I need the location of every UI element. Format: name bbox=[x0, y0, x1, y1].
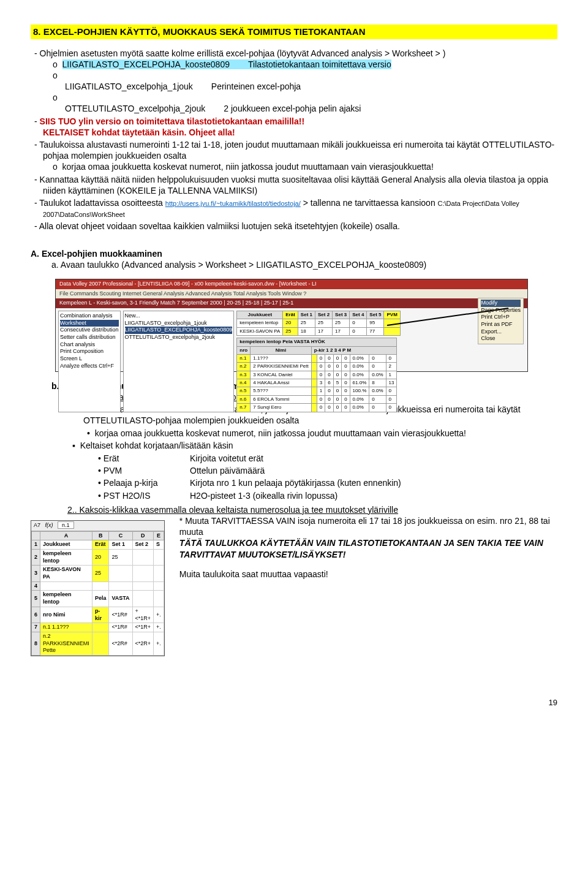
rh: 6 bbox=[32, 607, 40, 623]
td: 6 bbox=[325, 379, 333, 387]
td: 25 bbox=[283, 327, 298, 335]
td bbox=[109, 566, 132, 581]
intro-list: Ohjelmien asetusten myötä saatte kolme e… bbox=[31, 48, 557, 232]
td bbox=[132, 550, 154, 566]
step-1-bullet-1: korjaa omaa joukkuetta koskevat numerot,… bbox=[98, 428, 557, 439]
intro-line1: Ohjelmien asetusten myötä saatte kolme e… bbox=[43, 48, 557, 115]
td: 20 bbox=[92, 550, 109, 566]
rh: 8 bbox=[32, 632, 40, 655]
context-menu: Modify Page Properties Print Ctrl+P Prin… bbox=[478, 298, 524, 344]
td: 2 PARKKISENNIEMI Pett bbox=[251, 363, 312, 371]
pair-r-0: Kirjoita voitetut erät bbox=[190, 452, 401, 464]
intro-item-0: LIIGATILASTO_EXCELPOHJA_kooste0809Tilast… bbox=[65, 59, 557, 70]
worksheet-submenu: New... LIIGATILASTO_excelpohja_1jouk LII… bbox=[123, 311, 235, 412]
td: nro Nimi bbox=[40, 607, 92, 623]
worksheet-name-2: OTTELUTILASTO_excelpohja_2jouk bbox=[65, 103, 224, 114]
td: 5.5??? bbox=[251, 387, 312, 395]
line5-pre: Taulukot ladattavissa osoitteesta bbox=[39, 198, 165, 208]
th: Set 1 bbox=[298, 311, 315, 319]
td: 0 bbox=[350, 327, 367, 335]
td: 25 bbox=[298, 319, 315, 327]
td: 25 bbox=[109, 550, 132, 566]
advanced-analysis-menu: Combination analysis Worksheet Consecuti… bbox=[58, 311, 121, 412]
worksheet-name-1: LIIGATILASTO_excelpohja_1jouk bbox=[65, 81, 211, 92]
td: n.2 bbox=[237, 363, 251, 371]
td: n.6 bbox=[237, 395, 251, 403]
td: <*2R+ bbox=[132, 632, 154, 655]
td: S bbox=[154, 540, 164, 550]
td: 1 bbox=[386, 371, 397, 379]
td: kempeleen lentop bbox=[40, 550, 92, 566]
th: E bbox=[154, 531, 164, 540]
td: 0 bbox=[317, 404, 325, 412]
td: 0 bbox=[325, 363, 333, 371]
td bbox=[92, 623, 109, 632]
match-bar: Kempeleen L - Keski-savon, 3-1 Friendly … bbox=[56, 298, 527, 308]
td: 0 bbox=[325, 354, 333, 362]
intro-line1-text: Ohjelmien asetusten myötä saatte kolme e… bbox=[40, 48, 446, 58]
td: Joukkueet bbox=[40, 540, 92, 550]
td: 1.1??? bbox=[251, 354, 312, 362]
td: 25 bbox=[92, 566, 109, 581]
step-2-row: A7 f(x) n.1 ABCDE 1JoukkueetErätSet 1Set… bbox=[31, 515, 557, 661]
td: 0.0% bbox=[350, 395, 369, 403]
submenu-item-selected: LIIGATILASTO_EXCELPOHJA_kooste0809 bbox=[125, 327, 233, 334]
intro-line3: Taulukoissa alustavasti numerointi 1-12 … bbox=[43, 139, 557, 173]
td: +. bbox=[154, 607, 164, 623]
section-heading: 8. EXCEL-POHJIEN KÄYTTÖ, MUOKKAUS SEKÄ T… bbox=[31, 25, 557, 39]
td bbox=[132, 581, 154, 591]
td: 0 bbox=[350, 319, 367, 327]
ctx-modify: Modify bbox=[481, 300, 521, 307]
td: <*1R+ bbox=[132, 623, 154, 632]
td: 0 bbox=[317, 395, 325, 403]
step-2-last: Muita taulukoita saat muuttaa vapaasti! bbox=[179, 569, 557, 580]
th: A bbox=[40, 531, 92, 540]
field-pairs: • ErätKirjoita voitetut erät • PVMOttelu… bbox=[98, 452, 401, 502]
th: nro bbox=[237, 346, 251, 354]
td: 0.0% bbox=[369, 387, 386, 395]
td: 0 bbox=[317, 354, 325, 362]
td: 0.0% bbox=[350, 363, 369, 371]
teams-table: JoukkueetErätSet 1Set 2Set 3Set 4Set 5PV… bbox=[236, 311, 400, 336]
data-tables: JoukkueetErätSet 1Set 2Set 3Set 4Set 5PV… bbox=[236, 311, 400, 412]
td: 25 bbox=[333, 319, 350, 327]
td bbox=[154, 566, 164, 581]
download-link[interactable]: http://users.jyu.fi/~tukamikk/tilastot/t… bbox=[165, 200, 301, 207]
td: 0 bbox=[333, 371, 341, 379]
td: 0 bbox=[342, 379, 350, 387]
td: 13 bbox=[386, 379, 397, 387]
td: n.5 bbox=[237, 387, 251, 395]
td: 20 bbox=[283, 319, 298, 327]
section-a-a: a. Avaan taulukko (Advanced analysis > W… bbox=[31, 259, 557, 270]
intro-line6: Alla olevat ohjeet voidaan soveltaa kaik… bbox=[43, 221, 557, 232]
menu-item: Setter calls distribution bbox=[60, 334, 119, 341]
app-menu-bar: File Commands Scouting Internet General … bbox=[56, 289, 527, 299]
pair-l-1: PVM bbox=[104, 466, 122, 475]
td: 77 bbox=[367, 327, 384, 335]
line5-mid: > tallenna ne tarvittaessa kansioon bbox=[301, 198, 438, 208]
th: C bbox=[109, 531, 132, 540]
intro-line3-sub: korjaa omaa joukkuetta koskevat numerot,… bbox=[43, 161, 557, 172]
rh: 3 bbox=[32, 566, 40, 581]
td: KESKI-SAVON PA bbox=[40, 566, 92, 581]
td: <*1R# bbox=[109, 607, 132, 623]
td: n.1 bbox=[237, 354, 251, 362]
th: Set 3 bbox=[333, 311, 350, 319]
th: Set 4 bbox=[350, 311, 367, 319]
td: 0.0% bbox=[369, 371, 386, 379]
fx-value: n.1 bbox=[58, 521, 74, 529]
td: 25 bbox=[315, 319, 332, 327]
td: 0 bbox=[386, 395, 397, 403]
td: 0 bbox=[369, 354, 386, 362]
td: 95 bbox=[367, 319, 384, 327]
pair-r-1: Ottelun päivämäärä bbox=[190, 464, 401, 477]
td: n.1 1.1??? bbox=[40, 623, 92, 632]
menu-item: Chart analysis bbox=[60, 341, 119, 349]
menu-item: Combination analysis bbox=[60, 312, 119, 320]
td: Set 2 bbox=[132, 540, 154, 550]
td: 2 bbox=[386, 363, 397, 371]
td: VASTA bbox=[109, 591, 132, 607]
pair-l-3: PST H2O/IS bbox=[104, 491, 151, 501]
intro-line4: Kannattaa käyttää näitä niiden helppoluk… bbox=[43, 174, 557, 196]
section-a-title: A. Excel-pohjien muokkaaminen bbox=[31, 248, 557, 259]
